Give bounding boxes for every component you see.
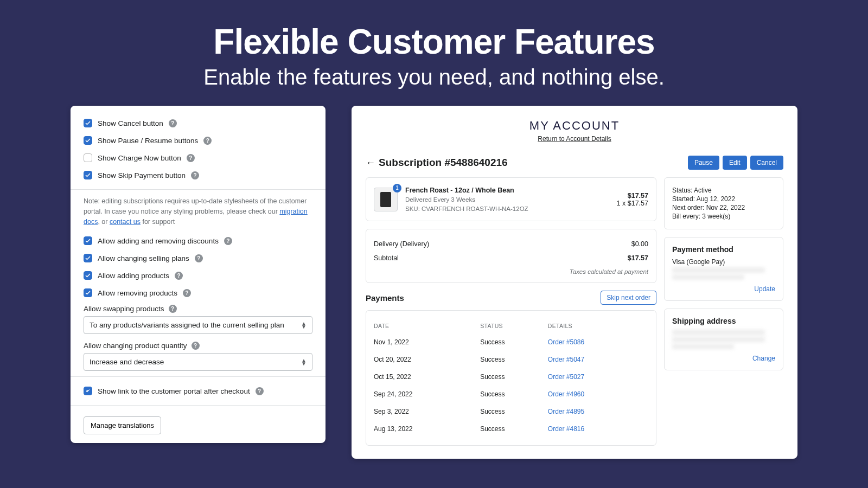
qty-badge: 1	[393, 184, 401, 192]
option-checkbox[interactable]	[84, 171, 92, 179]
change-shipping-link[interactable]: Change	[672, 355, 775, 362]
checkbox-label: Show Cancel button	[98, 119, 163, 127]
table-header: DETAILS	[548, 318, 648, 333]
divider	[71, 189, 326, 190]
help-icon[interactable]: ?	[191, 171, 199, 179]
checkbox-label: Show Skip Payment button	[98, 171, 186, 179]
checkbox-label: Show Pause / Resume buttons	[98, 137, 198, 145]
order-link[interactable]: Order #4960	[548, 390, 584, 398]
cancel-button[interactable]: Cancel	[750, 156, 783, 170]
product-delivery: Delivered Every 3 Weeks	[405, 195, 609, 204]
pause-button[interactable]: Pause	[688, 156, 719, 170]
order-link[interactable]: Order #5086	[548, 338, 584, 346]
edit-button[interactable]: Edit	[723, 156, 747, 170]
contact-us-link[interactable]: contact us	[110, 218, 141, 226]
product-name: French Roast - 12oz / Whole Bean	[405, 185, 609, 195]
hero-subtitle: Enable the features you need, and nothin…	[0, 65, 868, 89]
settings-panel: Show Cancel button?Show Pause / Resume b…	[71, 106, 326, 443]
help-icon[interactable]: ?	[175, 272, 183, 280]
option-checkbox[interactable]	[84, 288, 92, 297]
divider	[71, 405, 326, 406]
table-row: Aug 13, 2022SuccessOrder #4816	[374, 420, 648, 438]
show-portal-link-checkbox[interactable]	[84, 387, 92, 395]
option-checkbox[interactable]	[84, 136, 92, 145]
table-row: Oct 15, 2022SuccessOrder #5027	[374, 368, 648, 386]
chevron-updown-icon: ▲▼	[301, 359, 307, 365]
help-icon[interactable]: ?	[187, 154, 195, 162]
hero-title: Flexible Customer Features	[0, 22, 868, 62]
return-link[interactable]: Return to Account Details	[366, 135, 783, 143]
checkbox-label: Allow changing selling plans	[98, 254, 189, 262]
table-header: STATUS	[480, 318, 548, 333]
divider	[71, 376, 326, 377]
option-checkbox[interactable]	[84, 236, 92, 245]
checkbox-label: Allow adding and removing discounts	[98, 237, 219, 245]
help-icon[interactable]: ?	[195, 254, 203, 262]
totals-box: Delivery (Delivery)$0.00 Subtotal$17.57 …	[366, 229, 656, 283]
qty-label: Allow changing product quantity ?	[71, 338, 326, 353]
table-row: Sep 3, 2022SuccessOrder #4895	[374, 403, 648, 420]
option-checkbox[interactable]	[84, 153, 92, 162]
help-icon[interactable]: ?	[169, 119, 177, 127]
product-breakdown: 1 x $17.57	[617, 200, 648, 207]
payment-method-box: Payment method Visa (Google Pay) Update	[664, 237, 783, 301]
table-header: DATE	[374, 318, 480, 333]
update-payment-link[interactable]: Update	[672, 285, 775, 293]
order-link[interactable]: Order #5047	[548, 356, 584, 363]
option-checkbox[interactable]	[84, 119, 92, 127]
table-row: Nov 1, 2022SuccessOrder #5086	[374, 333, 648, 351]
payments-title: Payments	[366, 293, 404, 303]
help-icon[interactable]: ?	[224, 237, 232, 245]
product-sku: SKU: CVARFRENCH ROAST-WH-NA-12OZ	[405, 204, 609, 214]
option-checkbox[interactable]	[84, 254, 92, 262]
swap-products-select[interactable]: To any products/variants assigned to the…	[84, 316, 312, 334]
qty-select[interactable]: Increase and decrease ▲▼	[84, 353, 312, 371]
checkbox-label: Allow adding products	[98, 272, 169, 280]
checkbox-label: Show Charge Now button	[98, 154, 181, 162]
settings-note: Note: editing subscriptions requires up-…	[71, 195, 326, 232]
swap-products-label: Allow swapping products ?	[71, 301, 326, 316]
help-icon[interactable]: ?	[203, 137, 212, 145]
skip-next-order-button[interactable]: Skip next order	[601, 291, 656, 305]
order-link[interactable]: Order #4816	[548, 425, 584, 433]
help-icon[interactable]: ?	[169, 305, 177, 313]
account-panel: MY ACCOUNT Return to Account Details ← S…	[352, 106, 797, 459]
option-checkbox[interactable]	[84, 271, 92, 280]
manage-translations-button[interactable]: Manage translations	[84, 416, 161, 434]
product-thumbnail: 1	[374, 188, 398, 211]
account-title: MY ACCOUNT	[366, 119, 783, 133]
status-box: Status: Active Started: Aug 12, 2022 Nex…	[664, 177, 783, 229]
order-link[interactable]: Order #4895	[548, 408, 584, 415]
order-link[interactable]: Order #5027	[548, 373, 584, 381]
checkbox-label: Allow removing products	[98, 289, 177, 297]
shipping-box: Shipping address Change	[664, 309, 783, 370]
table-row: Oct 20, 2022SuccessOrder #5047	[374, 351, 648, 368]
subscription-heading: ← Subscription #5488640216	[366, 157, 508, 169]
product-box: 1 French Roast - 12oz / Whole Bean Deliv…	[366, 177, 656, 221]
help-icon[interactable]: ?	[256, 387, 264, 395]
product-price: $17.57	[617, 192, 648, 200]
payments-table: DATESTATUSDETAILS Nov 1, 2022SuccessOrde…	[374, 318, 648, 438]
table-row: Sep 24, 2022SuccessOrder #4960	[374, 386, 648, 403]
chevron-updown-icon: ▲▼	[301, 322, 307, 329]
tax-note: Taxes calculated at payment	[374, 268, 648, 275]
checkbox-label: Show link to the customer portal after c…	[98, 387, 250, 395]
back-arrow-icon[interactable]: ←	[366, 157, 375, 169]
help-icon[interactable]: ?	[183, 289, 191, 297]
help-icon[interactable]: ?	[192, 342, 200, 350]
payments-section: Payments Skip next order DATESTATUSDETAI…	[366, 291, 656, 446]
